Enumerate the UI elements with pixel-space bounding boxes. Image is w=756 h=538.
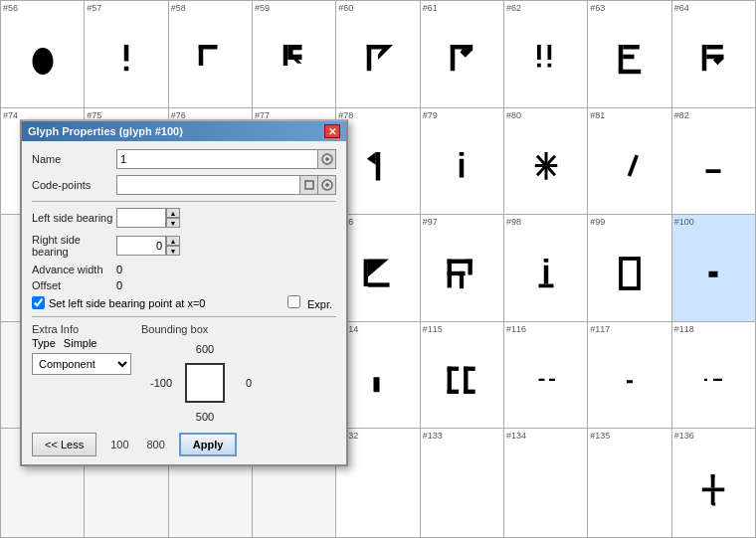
bottom-row: << Less 100 800 Apply	[32, 433, 336, 456]
glyph-cell-62[interactable]: #62	[504, 1, 588, 108]
offset-label: Offset	[32, 279, 116, 291]
svg-rect-22	[702, 45, 707, 71]
less-button[interactable]: << Less	[32, 433, 96, 456]
svg-rect-70	[305, 181, 313, 189]
svg-rect-65	[711, 474, 715, 478]
glyph-cell-97[interactable]: #97	[421, 215, 504, 322]
svg-rect-18	[619, 45, 624, 71]
svg-rect-42	[460, 271, 464, 288]
glyph-cell-82[interactable]: #82	[672, 108, 756, 216]
svg-rect-58	[549, 379, 555, 381]
extra-info-col: Extra Info Type Simple Component Simple …	[32, 323, 131, 375]
glyph-cell-98[interactable]: #98	[504, 215, 588, 322]
bbox-box	[185, 363, 225, 403]
extras-bbox-row: Extra Info Type Simple Component Simple …	[32, 323, 336, 427]
svg-rect-60	[704, 379, 707, 381]
svg-marker-37	[368, 260, 389, 277]
glyph-cell-118[interactable]: #118	[672, 322, 756, 430]
svg-rect-20	[623, 55, 634, 60]
expr-label-text: Expr.	[307, 298, 332, 310]
codepoints-input[interactable]	[116, 175, 300, 195]
svg-rect-2	[124, 67, 129, 72]
svg-rect-66	[713, 502, 716, 505]
advance-width-label: Advance width	[32, 264, 116, 275]
codepoints-icon1-btn[interactable]	[300, 175, 318, 195]
glyph-cell-60[interactable]: #60	[336, 1, 420, 108]
glyph-cell-100[interactable]: #100	[672, 215, 756, 322]
glyph-cell-61[interactable]: #61	[421, 1, 504, 108]
glyph-cell-136[interactable]: #136	[672, 429, 756, 538]
right-bearing-up[interactable]: ▲	[166, 236, 180, 246]
left-bearing-up[interactable]: ▲	[166, 208, 180, 218]
svg-rect-48	[621, 259, 639, 288]
name-input[interactable]	[116, 149, 318, 169]
bbox-grid: 600 -100 0 500	[141, 339, 269, 427]
svg-rect-15	[537, 64, 541, 68]
left-bearing-input-group: ▲ ▼	[116, 208, 180, 228]
name-icon-btn[interactable]	[318, 149, 336, 169]
svg-rect-29	[460, 159, 465, 178]
svg-rect-47	[538, 284, 553, 288]
bounding-box-section: Bounding box 600 -100 0 500	[141, 323, 336, 427]
glyph-cell-81[interactable]: #81	[588, 108, 671, 216]
glyph-cell-99[interactable]: #99	[588, 215, 671, 322]
svg-rect-53	[448, 390, 460, 394]
right-bearing-down[interactable]: ▼	[166, 246, 180, 256]
svg-rect-52	[448, 367, 460, 371]
glyph-cell-78[interactable]: #78	[336, 108, 420, 216]
svg-rect-34	[628, 154, 639, 176]
glyph-cell-64[interactable]: #64	[672, 1, 756, 108]
svg-rect-57	[538, 379, 544, 381]
codepoints-icon2-btn[interactable]	[318, 175, 336, 195]
left-bearing-down[interactable]: ▼	[166, 218, 180, 228]
dialog-body: Name Code-points Left side bearing	[22, 141, 346, 464]
codepoints-row: Code-points	[32, 175, 336, 195]
bbox-left: -100	[150, 377, 172, 389]
dialog-titlebar: Glyph Properties (glyph #100) ✕	[22, 121, 346, 141]
glyph-cell-135[interactable]: #135	[588, 429, 671, 538]
glyph-cell-114[interactable]: #114	[336, 322, 420, 430]
component-dropdown[interactable]: Component Simple Composite	[32, 353, 131, 375]
glyph-cell-133[interactable]: #133	[421, 429, 504, 538]
glyph-cell-134[interactable]: #134	[504, 429, 588, 538]
svg-rect-28	[460, 152, 465, 156]
glyph-cell-63[interactable]: #63	[588, 1, 671, 108]
codepoints-label: Code-points	[32, 179, 116, 191]
glyph-cell-58[interactable]: #58	[169, 1, 253, 108]
apply-button[interactable]: Apply	[179, 433, 238, 456]
right-bearing-row: Right side bearing ▲ ▼	[32, 234, 336, 258]
glyph-cell-117[interactable]: #117	[588, 322, 671, 430]
svg-rect-36	[364, 260, 368, 286]
name-label: Name	[32, 153, 116, 165]
svg-rect-35	[706, 169, 721, 173]
glyph-cell-96[interactable]: #96	[336, 215, 420, 322]
svg-rect-19	[623, 45, 640, 50]
offset-value: 0	[116, 279, 122, 291]
advance-width-row: Advance width 0	[32, 264, 336, 275]
svg-rect-1	[124, 45, 129, 62]
glyph-cell-57[interactable]: #57	[85, 1, 168, 108]
glyph-cell-79[interactable]: #79	[421, 108, 504, 216]
glyph-cell-115[interactable]: #115	[421, 322, 504, 430]
bbox-right: 0	[246, 377, 252, 389]
right-bearing-input[interactable]	[116, 236, 166, 256]
svg-rect-49	[709, 271, 718, 277]
type-value: Simple	[64, 337, 97, 349]
glyph-cell-116[interactable]: #116	[504, 322, 588, 430]
dialog-close-button[interactable]: ✕	[324, 124, 340, 138]
svg-rect-23	[707, 45, 724, 50]
expr-checkbox[interactable]	[287, 295, 300, 308]
type-label: Type	[32, 337, 56, 349]
advance-width-value: 0	[116, 264, 122, 275]
bbox-top: 600	[196, 343, 214, 355]
glyph-cell-59[interactable]: #59	[253, 1, 336, 108]
set-bearing-checkbox[interactable]	[32, 296, 45, 309]
left-bearing-input[interactable]	[116, 208, 166, 228]
svg-rect-56	[464, 390, 475, 394]
glyph-cell-80[interactable]: #80	[504, 108, 588, 216]
svg-rect-61	[713, 379, 722, 381]
svg-rect-55	[464, 367, 475, 371]
svg-rect-26	[376, 152, 381, 181]
glyph-cell-56[interactable]: #56	[1, 1, 85, 108]
glyph-cell-132[interactable]: #132	[336, 429, 420, 538]
